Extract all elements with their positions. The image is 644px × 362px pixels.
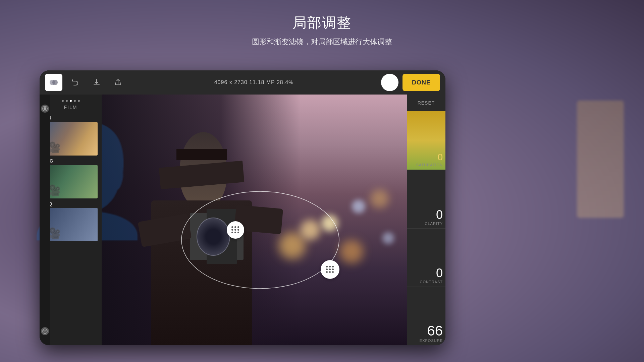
svg-point-2	[44, 107, 46, 110]
film-label-aq: AQ	[44, 201, 98, 206]
reset-button[interactable]: RESET	[407, 95, 445, 111]
adjustment-contrast[interactable]: 0 CONTRAST	[407, 229, 445, 287]
sidebar-dots	[62, 100, 80, 102]
clarity-label: CLARITY	[425, 222, 443, 226]
film-item-aq[interactable]: AQ 🎥	[44, 201, 98, 241]
contrast-value: 0	[436, 267, 443, 279]
clarity-value: 0	[436, 209, 443, 221]
adjustment-exposure[interactable]: 66 EXPOSURE	[407, 287, 445, 345]
contrast-label: CONTRAST	[420, 280, 443, 284]
svg-point-6	[45, 331, 46, 333]
exposure-label: EXPOSURE	[420, 339, 443, 343]
done-button[interactable]: DONE	[402, 74, 440, 91]
share-button[interactable]	[109, 74, 127, 91]
page-title: 局部调整	[0, 13, 644, 32]
svg-point-1	[52, 80, 58, 85]
svg-point-7	[46, 330, 47, 331]
film-item-wg[interactable]: WG 🎥	[44, 158, 98, 198]
undo-button[interactable]	[66, 74, 84, 91]
dot-1	[62, 100, 64, 102]
page-subtitle: 圆形和渐变滤镜，对局部区域进行大体调整	[0, 37, 644, 47]
dot-5	[78, 100, 80, 102]
saturation-label: SATURATION	[416, 163, 443, 167]
dot-2	[66, 100, 68, 102]
right-panel: RESET 0 SATURATION 0 CLARITY 0 CONTRAST …	[407, 95, 445, 345]
adjustment-clarity[interactable]: 0 CLARITY	[407, 170, 445, 229]
dot-4	[74, 100, 76, 102]
film-thumb-lu: 🎥	[44, 122, 98, 156]
circle-mode-button[interactable]	[381, 74, 398, 91]
download-button[interactable]	[88, 74, 105, 91]
bottom-edge-icon	[41, 327, 49, 335]
exposure-value: 66	[427, 324, 443, 338]
left-edge	[40, 95, 50, 345]
image-info: 4096 x 2730 11.18 MP 28.4%	[131, 79, 377, 85]
saturation-value: 0	[437, 150, 443, 162]
film-label-lu: LU	[44, 115, 98, 121]
sidebar-film-label: FILM	[64, 105, 77, 110]
film-thumb-wg: 🎥	[44, 165, 98, 198]
svg-point-4	[43, 329, 47, 334]
film-thumb-aq: 🎥	[44, 208, 98, 241]
film-label-wg: WG	[44, 158, 98, 164]
svg-point-5	[44, 330, 45, 331]
toolbar: 4096 x 2730 11.18 MP 28.4% DONE	[40, 70, 445, 95]
layers-button[interactable]	[45, 74, 62, 91]
film-item-lu[interactable]: LU 🎥	[44, 115, 98, 156]
adjustment-saturation[interactable]: 0 SATURATION	[407, 111, 445, 170]
title-area: 局部调整 圆形和渐变滤镜，对局部区域进行大体调整	[0, 13, 644, 47]
top-edge-icon	[41, 105, 49, 113]
dot-3	[70, 100, 72, 102]
